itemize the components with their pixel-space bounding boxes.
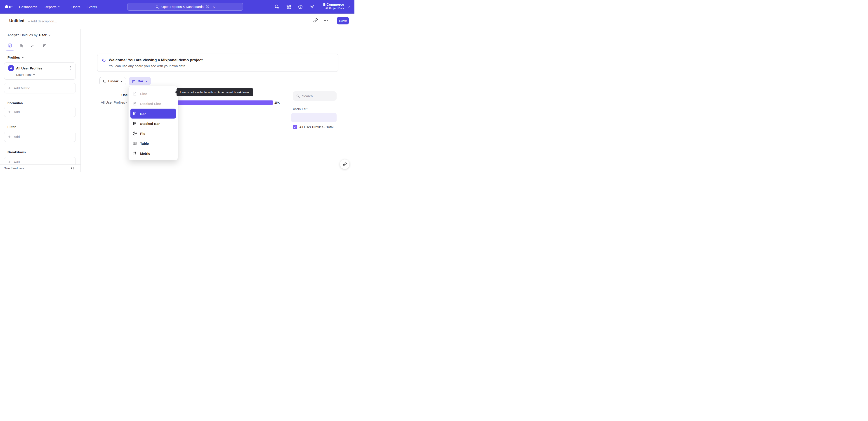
menu-item-stacked-line[interactable]: Stacked Line xyxy=(130,99,176,109)
plus-icon xyxy=(8,135,11,138)
info-icon xyxy=(102,58,106,62)
plus-icon xyxy=(8,110,11,114)
scale-label: Linear xyxy=(108,79,119,83)
data-management-icon[interactable] xyxy=(274,4,279,9)
add-formula-button[interactable]: Add xyxy=(4,107,76,117)
menu-label: Stacked Line xyxy=(140,102,161,106)
legend-search-input[interactable] xyxy=(302,91,335,101)
menu-label: Stacked Bar xyxy=(140,122,160,125)
filter-heading: Filter xyxy=(7,125,16,129)
chevron-down-icon xyxy=(22,56,24,59)
divider xyxy=(289,89,289,172)
banner-title: Welcome! You are viewing a Mixpanel demo… xyxy=(109,58,203,62)
menu-label: Bar xyxy=(140,112,146,116)
add-metric-button[interactable]: Add Metric xyxy=(4,83,76,93)
tab-retention[interactable] xyxy=(42,43,47,48)
select-all-row[interactable] xyxy=(291,113,337,122)
chevron-down-icon xyxy=(145,80,148,83)
metric-aggregation-dropdown[interactable]: Count Total xyxy=(16,73,35,77)
tab-funnels[interactable] xyxy=(19,43,24,48)
divider xyxy=(0,51,81,51)
nav-item-dashboards[interactable]: Dashboards xyxy=(19,0,37,13)
top-nav: Dashboards Reports Users Events Open Rep… xyxy=(0,0,354,13)
chart-type-label: Bar xyxy=(138,79,143,83)
global-search-button[interactable]: Open Reports & Dashboards ⌘ + K xyxy=(127,3,243,11)
add-label: Add xyxy=(14,160,20,164)
series-checkbox[interactable] xyxy=(293,125,297,129)
mixpanel-logo-icon[interactable] xyxy=(5,5,14,8)
floating-copy-link-button[interactable] xyxy=(340,160,349,169)
nav-label: Users xyxy=(71,5,80,9)
section-label: Formulas xyxy=(7,101,23,105)
add-filter-button[interactable]: Add xyxy=(4,132,76,142)
give-feedback-link[interactable]: Give Feedback xyxy=(4,167,24,170)
chevron-down-icon xyxy=(58,5,61,8)
chevron-down-icon xyxy=(347,5,350,8)
chart-type-dropdown-button[interactable]: Bar xyxy=(129,77,151,85)
menu-item-pie[interactable]: Pie xyxy=(130,129,176,138)
project-name: E-Commerce xyxy=(323,2,344,7)
query-builder-sidebar: Analyze Uniques by User Profiles A All U… xyxy=(0,29,81,172)
metric-card[interactable]: A All User Profiles Count Total xyxy=(4,62,76,80)
divider xyxy=(0,40,81,40)
stacked-line-chart-icon xyxy=(132,101,137,106)
metric-name[interactable]: All User Profiles xyxy=(16,66,42,70)
plus-icon xyxy=(8,160,11,164)
more-icon[interactable] xyxy=(323,19,328,23)
nav-item-users[interactable]: Users xyxy=(71,0,80,13)
banner-subtitle: You can use any board you see with your … xyxy=(109,64,186,68)
help-icon[interactable] xyxy=(298,4,303,9)
collapse-sidebar-icon[interactable] xyxy=(70,166,74,170)
search-icon xyxy=(155,5,159,9)
pie-chart-icon xyxy=(132,131,137,136)
formulas-heading: Formulas xyxy=(7,101,23,105)
breakdown-heading: Breakdown xyxy=(7,150,26,154)
project-switcher[interactable]: E-Commerce All Project Data xyxy=(323,2,344,10)
tab-insights[interactable] xyxy=(8,43,12,48)
active-tab-underline xyxy=(6,50,13,51)
search-icon xyxy=(296,94,300,98)
project-scope: All Project Data xyxy=(323,7,344,10)
chevron-down-icon xyxy=(33,74,35,76)
hash-icon xyxy=(132,151,137,156)
add-description-field[interactable]: + Add description... xyxy=(28,19,57,23)
nav-item-events[interactable]: Events xyxy=(87,0,97,13)
menu-item-table[interactable]: Table xyxy=(130,138,176,148)
add-label: Add xyxy=(14,135,20,139)
demo-banner xyxy=(97,54,338,72)
link-icon xyxy=(343,162,347,166)
add-label: Add xyxy=(14,110,20,114)
series-label[interactable]: All User Profiles - Total xyxy=(299,125,333,129)
table-icon xyxy=(132,141,137,146)
metric-menu-icon[interactable] xyxy=(69,66,72,70)
save-button[interactable]: Save xyxy=(337,17,349,24)
plus-icon xyxy=(8,86,11,90)
stacked-bar-icon xyxy=(132,121,137,126)
menu-item-stacked-bar[interactable]: Stacked Bar xyxy=(130,118,176,129)
scale-dropdown-button[interactable]: Linear xyxy=(99,77,126,85)
sidebar-footer: Give Feedback xyxy=(0,165,81,172)
metric-letter-badge: A xyxy=(8,65,14,71)
report-title[interactable]: Untitled xyxy=(9,19,24,23)
tab-flows[interactable] xyxy=(31,43,35,48)
menu-item-metric[interactable]: Metric xyxy=(130,148,176,158)
apps-grid-icon[interactable] xyxy=(286,4,291,9)
search-placeholder: Open Reports & Dashboards xyxy=(161,5,204,8)
menu-item-bar[interactable]: Bar xyxy=(130,109,176,118)
chevron-down-icon[interactable] xyxy=(48,34,51,36)
menu-label: Line xyxy=(140,92,147,96)
menu-item-line[interactable]: Line xyxy=(130,89,176,99)
profiles-heading[interactable]: Profiles xyxy=(7,55,24,59)
analyze-value-dropdown[interactable]: User xyxy=(39,33,46,37)
nav-item-reports[interactable]: Reports xyxy=(44,0,61,13)
divider xyxy=(332,17,332,25)
report-title-bar: Untitled + Add description... Save xyxy=(0,13,354,29)
menu-label: Table xyxy=(140,142,149,145)
settings-gear-icon[interactable] xyxy=(310,4,315,9)
aggregation-label: Count Total xyxy=(16,73,31,77)
analyze-uniques-row: Analyze Uniques by User xyxy=(7,33,51,37)
copy-link-icon[interactable] xyxy=(313,18,318,23)
linear-axis-icon xyxy=(102,79,106,83)
legend-search-box xyxy=(293,91,337,101)
analyze-prefix: Analyze Uniques by xyxy=(7,33,37,37)
